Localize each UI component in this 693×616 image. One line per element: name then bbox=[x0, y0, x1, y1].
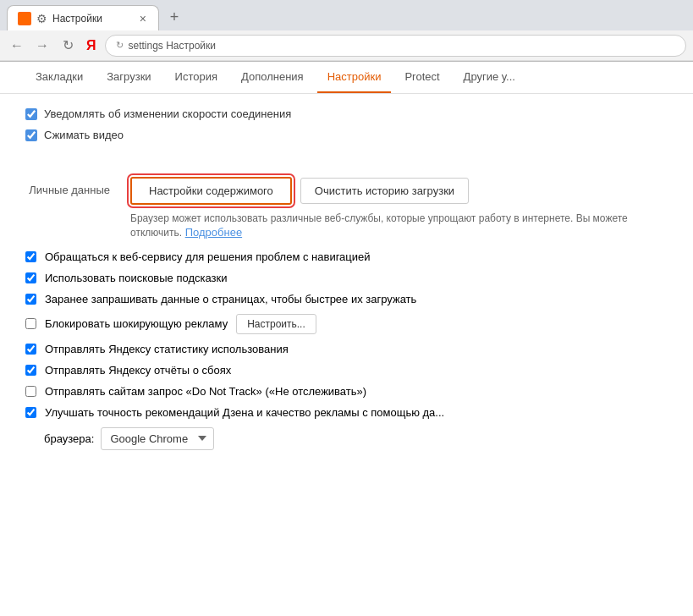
tab-close-button[interactable]: × bbox=[138, 12, 148, 25]
checkbox-compress-video: Сжимать видео bbox=[25, 129, 668, 141]
checkboxes-list: Обращаться к веб-сервису для решения про… bbox=[25, 250, 668, 450]
checkbox-dzen-label: Улучшать точность рекомендаций Дзена и к… bbox=[45, 406, 444, 419]
checkbox-search-hints-label: Использовать поисковые подсказки bbox=[45, 272, 228, 284]
settings-tab[interactable]: ⚙ Настройки × bbox=[7, 5, 159, 30]
settings-content: Уведомлять об изменении скорости соедине… bbox=[0, 94, 693, 612]
address-bar[interactable]: ↻ settings Настройки bbox=[105, 35, 687, 57]
refresh-small-icon: ↻ bbox=[116, 40, 124, 51]
top-checkboxes: Уведомлять об изменении скорости соедине… bbox=[25, 107, 668, 141]
nav-tab-protect[interactable]: Protect bbox=[394, 62, 449, 93]
checkbox-send-reports: Отправлять Яндексу отчёты о сбоях bbox=[25, 364, 668, 377]
checkbox-navigation: Обращаться к веб-сервису для решения про… bbox=[25, 250, 668, 263]
section-buttons: Настройки содержимого Очистить историю з… bbox=[130, 177, 668, 205]
checkbox-do-not-track-label: Отправлять сайтам запрос «Do Not Track» … bbox=[45, 385, 366, 398]
personal-data-controls: Настройки содержимого Очистить историю з… bbox=[130, 177, 668, 240]
personal-data-section: Личные данные Настройки содержимого Очис… bbox=[25, 177, 668, 240]
tab-favicon bbox=[18, 12, 31, 25]
checkbox-block-ads-input[interactable] bbox=[25, 318, 36, 329]
description-area: Браузер может использовать различные веб… bbox=[130, 212, 668, 240]
checkbox-do-not-track: Отправлять сайтам запрос «Do Not Track» … bbox=[25, 385, 668, 398]
checkbox-send-stats: Отправлять Яндексу статистику использова… bbox=[25, 343, 668, 355]
nav-tab-addons[interactable]: Дополнения bbox=[231, 62, 314, 93]
checkbox-search-hints: Использовать поисковые подсказки bbox=[25, 272, 668, 284]
checkbox-prefetch-input[interactable] bbox=[25, 294, 36, 305]
checkbox-navigation-input[interactable] bbox=[25, 251, 36, 262]
content-settings-button[interactable]: Настройки содержимого bbox=[130, 177, 292, 205]
checkbox-connection-speed-input[interactable] bbox=[25, 108, 37, 120]
personal-data-label: Личные данные bbox=[25, 177, 110, 196]
checkbox-block-ads: Блокировать шокирующую рекламу Настроить… bbox=[25, 314, 668, 334]
tab-title: Настройки bbox=[52, 13, 133, 25]
nav-tab-other[interactable]: Другие у... bbox=[454, 62, 525, 93]
browser-select-wrapper: Google Chrome Firefox Opera Safari bbox=[101, 427, 214, 450]
checkbox-prefetch: Заранее запрашивать данные о страницах, … bbox=[25, 293, 668, 305]
tab-bar: ⚙ Настройки × + bbox=[0, 0, 693, 30]
checkbox-send-stats-label: Отправлять Яндексу статистику использова… bbox=[45, 343, 289, 355]
yandex-logo[interactable]: Я bbox=[83, 38, 100, 53]
checkbox-dzen-input[interactable] bbox=[25, 407, 36, 418]
nav-tab-settings[interactable]: Настройки bbox=[317, 62, 392, 93]
checkbox-connection-speed: Уведомлять об изменении скорости соедине… bbox=[25, 107, 668, 120]
checkbox-navigation-label: Обращаться к веб-сервису для решения про… bbox=[45, 250, 371, 263]
checkbox-search-hints-input[interactable] bbox=[25, 272, 36, 283]
more-info-link[interactable]: Подробнее bbox=[185, 226, 242, 239]
page-content: Закладки Загрузки История Дополнения Нас… bbox=[0, 62, 693, 616]
back-button[interactable]: ← bbox=[7, 36, 27, 56]
clear-history-button[interactable]: Очистить историю загрузки bbox=[300, 178, 469, 204]
address-text: settings Настройки bbox=[129, 40, 217, 52]
refresh-button[interactable]: ↻ bbox=[58, 36, 78, 56]
checkbox-compress-video-label: Сжимать видео bbox=[44, 129, 124, 141]
browser-select-label: браузера: bbox=[44, 432, 94, 445]
nav-tab-bookmarks[interactable]: Закладки bbox=[25, 62, 93, 93]
browser-chrome: ⚙ Настройки × + ← → ↻ Я ↻ settings Настр… bbox=[0, 0, 693, 62]
checkbox-send-reports-label: Отправлять Яндексу отчёты о сбоях bbox=[45, 364, 231, 377]
checkbox-send-reports-input[interactable] bbox=[25, 365, 36, 376]
checkbox-compress-video-input[interactable] bbox=[25, 129, 37, 141]
nav-tab-downloads[interactable]: Загрузки bbox=[96, 62, 161, 93]
page-navigation: Закладки Загрузки История Дополнения Нас… bbox=[0, 62, 693, 94]
new-tab-button[interactable]: + bbox=[162, 5, 186, 29]
divider bbox=[25, 150, 668, 167]
checkbox-send-stats-input[interactable] bbox=[25, 344, 36, 355]
nav-tab-history[interactable]: История bbox=[165, 62, 228, 93]
checkbox-prefetch-label: Заранее запрашивать данные о страницах, … bbox=[45, 293, 416, 305]
checkbox-do-not-track-input[interactable] bbox=[25, 386, 36, 397]
forward-button[interactable]: → bbox=[32, 36, 52, 56]
gear-icon: ⚙ bbox=[36, 12, 47, 25]
checkbox-connection-speed-label: Уведомлять об изменении скорости соедине… bbox=[44, 107, 291, 120]
configure-ads-button[interactable]: Настроить... bbox=[236, 314, 316, 334]
browser-select[interactable]: Google Chrome Firefox Opera Safari bbox=[101, 427, 214, 450]
checkbox-block-ads-label: Блокировать шокирующую рекламу bbox=[45, 317, 228, 330]
nav-bar: ← → ↻ Я ↻ settings Настройки bbox=[0, 30, 693, 61]
browser-select-row: браузера: Google Chrome Firefox Opera Sa… bbox=[25, 427, 668, 450]
checkbox-dzen: Улучшать точность рекомендаций Дзена и к… bbox=[25, 406, 668, 419]
